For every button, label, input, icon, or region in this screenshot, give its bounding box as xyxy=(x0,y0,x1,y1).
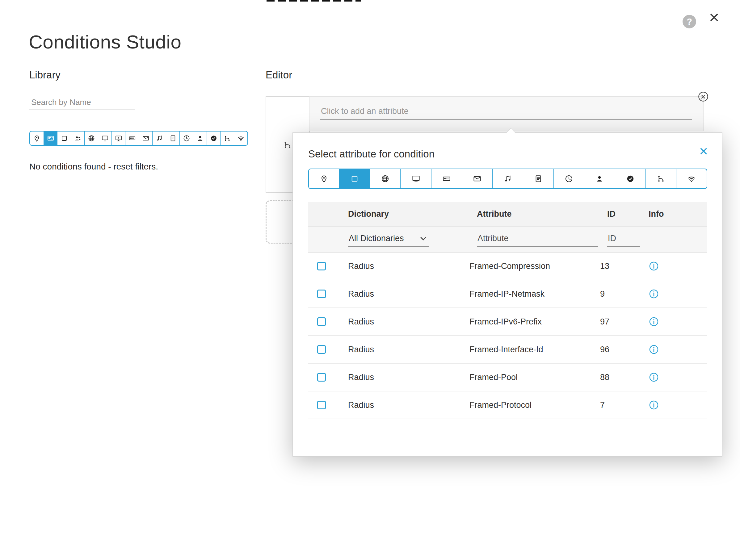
empty-results-message: No conditions found - reset filters. xyxy=(29,162,158,172)
library-filter-users[interactable] xyxy=(71,131,84,145)
search-input[interactable] xyxy=(29,95,135,110)
popup-filter-globe[interactable] xyxy=(370,169,400,188)
table-header-row: Dictionary Attribute ID Info xyxy=(308,202,707,227)
help-icon[interactable]: ? xyxy=(682,15,696,28)
help-glyph: ? xyxy=(686,17,692,27)
add-attribute-input[interactable] xyxy=(320,103,692,120)
info-icon[interactable] xyxy=(649,289,659,299)
music-icon xyxy=(503,175,512,183)
library-filter-music[interactable] xyxy=(152,131,166,145)
all-dictionaries-label: All Dictionaries xyxy=(349,234,404,243)
popup-filter-clock[interactable] xyxy=(553,169,584,188)
info-icon[interactable] xyxy=(649,400,659,410)
popup-filter-toolbar xyxy=(308,169,707,189)
row-checkbox[interactable] xyxy=(317,345,326,354)
popup-filter-branch[interactable] xyxy=(645,169,676,188)
library-filter-monitor[interactable] xyxy=(98,131,111,145)
table-filter-row: All Dictionaries xyxy=(308,227,707,252)
popup-filter-square[interactable] xyxy=(339,169,370,188)
column-header-id[interactable]: ID xyxy=(600,209,645,219)
library-filter-clock[interactable] xyxy=(179,131,193,145)
row-dictionary: Radius xyxy=(340,261,469,271)
square-icon xyxy=(350,175,359,183)
row-dictionary: Radius xyxy=(340,317,469,327)
library-filter-check-circle[interactable] xyxy=(207,131,220,145)
row-attribute: Framed-Pool xyxy=(469,373,600,382)
popup-filter-document[interactable] xyxy=(523,169,553,188)
library-filter-globe[interactable] xyxy=(84,131,98,145)
table-row: RadiusFramed-Compression13 xyxy=(308,252,707,280)
column-header-info[interactable]: Info xyxy=(645,209,682,219)
row-attribute: Framed-IP-Netmask xyxy=(469,289,600,299)
popup-filter-check-circle[interactable] xyxy=(615,169,645,188)
table-body: RadiusFramed-Compression13RadiusFramed-I… xyxy=(308,252,707,419)
library-filter-square[interactable] xyxy=(57,131,71,145)
document-icon xyxy=(169,135,177,142)
row-attribute: Framed-Protocol xyxy=(469,401,600,410)
close-icon[interactable]: × xyxy=(709,9,719,26)
library-filter-person[interactable] xyxy=(193,131,207,145)
library-filter-toolbar xyxy=(29,131,248,146)
info-icon[interactable] xyxy=(649,344,659,355)
row-id: 96 xyxy=(600,345,645,354)
library-filter-monitor-play[interactable] xyxy=(111,131,125,145)
pin-icon xyxy=(320,175,328,183)
check-circle-icon xyxy=(210,135,217,142)
attribute-editor-panel xyxy=(309,96,704,131)
library-filter-document[interactable] xyxy=(166,131,179,145)
card-icon xyxy=(47,135,54,142)
person-icon xyxy=(196,135,204,142)
id-filter-input[interactable] xyxy=(607,232,640,247)
document-icon xyxy=(534,175,543,183)
person-icon xyxy=(595,175,604,183)
monitor-icon xyxy=(412,175,420,183)
popup-close-icon[interactable]: × xyxy=(699,144,708,159)
empty-message-text: No conditions found - xyxy=(29,162,113,171)
library-filter-ports[interactable] xyxy=(125,131,139,145)
globe-icon xyxy=(381,175,389,183)
library-filter-envelope[interactable] xyxy=(139,131,152,145)
chevron-down-icon xyxy=(420,235,426,240)
popup-filter-person[interactable] xyxy=(584,169,615,188)
library-filter-wifi[interactable] xyxy=(234,131,247,145)
library-filter-branch[interactable] xyxy=(220,131,234,145)
popup-filter-monitor[interactable] xyxy=(400,169,431,188)
editor-heading: Editor xyxy=(266,69,292,81)
reset-filters-link[interactable]: reset filters. xyxy=(113,162,158,171)
popup-filter-pin[interactable] xyxy=(309,169,339,188)
info-icon[interactable] xyxy=(649,372,659,382)
attribute-filter-input[interactable] xyxy=(477,232,598,247)
row-id: 13 xyxy=(600,261,645,271)
row-checkbox[interactable] xyxy=(317,262,326,270)
clock-icon xyxy=(565,175,573,183)
popup-filter-ports[interactable] xyxy=(431,169,462,188)
row-dictionary: Radius xyxy=(340,401,469,410)
popup-filter-music[interactable] xyxy=(492,169,523,188)
row-checkbox[interactable] xyxy=(317,401,326,409)
select-attribute-popup: Select attribute for condition × Diction… xyxy=(292,132,722,457)
popup-filter-envelope[interactable] xyxy=(462,169,492,188)
column-header-attribute[interactable]: Attribute xyxy=(469,209,600,219)
music-icon xyxy=(156,135,163,142)
library-filter-pin[interactable] xyxy=(30,131,43,145)
page-title: Conditions Studio xyxy=(29,31,181,53)
column-header-dictionary[interactable]: Dictionary xyxy=(340,209,469,219)
remove-condition-icon[interactable] xyxy=(698,91,709,103)
row-checkbox[interactable] xyxy=(317,290,326,298)
clock-icon xyxy=(183,135,190,142)
row-checkbox[interactable] xyxy=(317,317,326,326)
all-dictionaries-dropdown[interactable]: All Dictionaries xyxy=(348,232,429,247)
ports-icon xyxy=(128,135,136,142)
table-row: RadiusFramed-IP-Netmask9 xyxy=(308,280,707,308)
globe-icon xyxy=(88,135,95,142)
row-checkbox[interactable] xyxy=(317,373,326,381)
check-circle-icon xyxy=(626,175,635,183)
info-icon[interactable] xyxy=(649,261,659,271)
popup-filter-wifi[interactable] xyxy=(676,169,707,188)
popup-close-glyph: × xyxy=(699,143,708,159)
library-filter-card[interactable] xyxy=(43,131,57,145)
row-id: 88 xyxy=(600,373,645,382)
popup-title: Select attribute for condition xyxy=(308,148,435,160)
info-icon[interactable] xyxy=(649,316,659,327)
table-row: RadiusFramed-Pool88 xyxy=(308,364,707,391)
